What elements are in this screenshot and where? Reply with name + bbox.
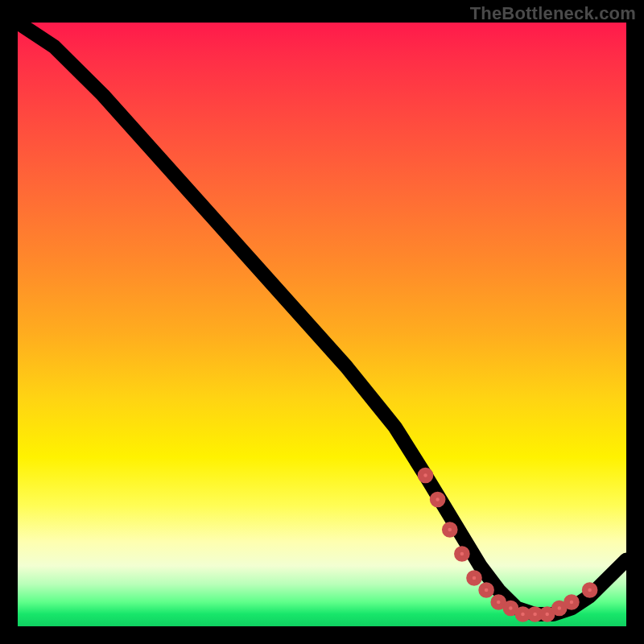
bottleneck-curve — [18, 23, 626, 614]
curve-marker — [469, 573, 479, 583]
curve-marker — [530, 609, 540, 619]
curve-marker — [567, 597, 576, 607]
plot-area — [18, 23, 626, 626]
curve-marker — [543, 609, 552, 619]
curve-marker — [506, 604, 515, 613]
curve-marker — [493, 597, 503, 607]
curve-marker — [433, 495, 443, 505]
curve-marker — [445, 525, 455, 535]
curve-marker — [481, 585, 491, 595]
watermark-text: TheBottleneck.com — [470, 3, 636, 24]
chart-frame: TheBottleneck.com — [0, 0, 644, 644]
curve-marker — [457, 549, 467, 559]
curve-marker — [555, 604, 564, 613]
curve-marker — [518, 609, 527, 619]
curve-marker — [585, 585, 595, 595]
curve-layer — [18, 23, 626, 626]
curve-marker — [420, 471, 430, 481]
